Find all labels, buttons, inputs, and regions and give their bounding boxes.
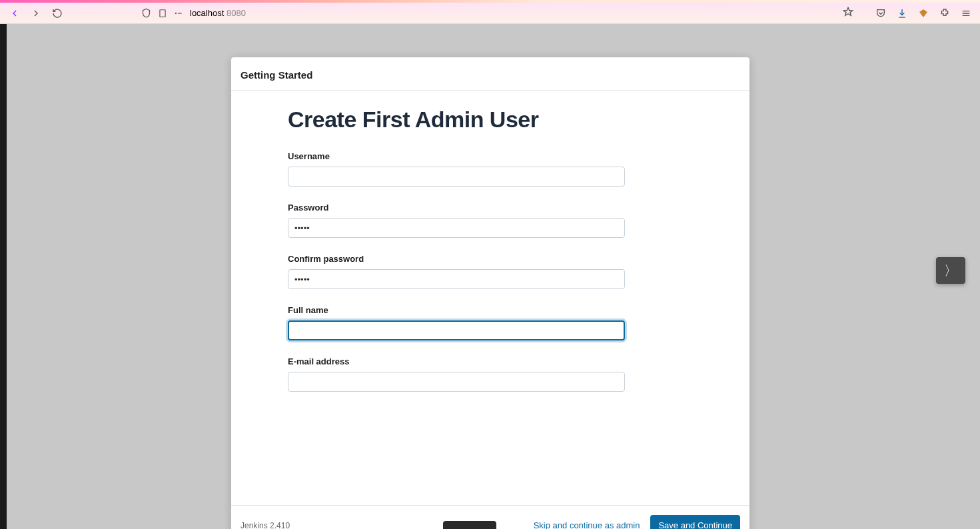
arrow-left-icon [9, 8, 20, 19]
chevron-right-icon: 〉 [944, 262, 957, 280]
nav-back-button[interactable] [5, 5, 24, 21]
extension-icon-1[interactable] [915, 5, 932, 21]
password-input[interactable] [288, 218, 625, 238]
menu-icon[interactable] [957, 5, 975, 21]
modal-header-title: Getting Started [241, 69, 740, 81]
floating-next-button[interactable]: 〉 [936, 257, 965, 284]
url-text: localhost 8080 [190, 8, 246, 18]
username-input[interactable] [288, 167, 625, 187]
browser-toolbar: localhost 8080 [0, 3, 980, 24]
password-label: Password [288, 203, 693, 213]
bookmark-star-button[interactable] [843, 7, 853, 19]
url-bar[interactable]: localhost 8080 [136, 4, 859, 23]
reload-icon [52, 8, 63, 19]
nav-reload-button[interactable] [48, 5, 67, 21]
confirm-password-input[interactable] [288, 269, 625, 289]
arrow-right-icon [31, 8, 41, 19]
skip-button[interactable]: Skip and continue as admin [534, 520, 640, 529]
download-icon[interactable] [893, 5, 911, 21]
modal-header: Getting Started [231, 57, 749, 91]
page-title: Create First Admin User [288, 107, 693, 133]
pocket-icon[interactable] [872, 5, 889, 21]
bottom-controls-peek [443, 521, 496, 529]
svg-rect-0 [160, 9, 165, 17]
save-continue-button[interactable]: Save and Continue [650, 515, 740, 529]
extensions-icon[interactable] [936, 5, 953, 21]
browser-extension-icons [872, 5, 975, 21]
site-info-icon [174, 9, 183, 18]
shield-icon [141, 8, 151, 18]
full-name-input[interactable] [288, 320, 625, 340]
nav-forward-button[interactable] [27, 5, 45, 21]
confirm-password-label: Confirm password [288, 254, 693, 264]
setup-wizard-modal: Getting Started Create First Admin User … [231, 57, 749, 529]
left-edge-strip [0, 24, 7, 529]
page-icon [158, 9, 167, 18]
version-text: Jenkins 2.410 [241, 521, 290, 530]
svg-point-1 [175, 13, 176, 13]
email-input[interactable] [288, 372, 625, 392]
username-label: Username [288, 151, 693, 161]
full-name-label: Full name [288, 305, 693, 315]
email-label: E-mail address [288, 356, 693, 366]
modal-body: Create First Admin User Username Passwor… [231, 91, 749, 505]
